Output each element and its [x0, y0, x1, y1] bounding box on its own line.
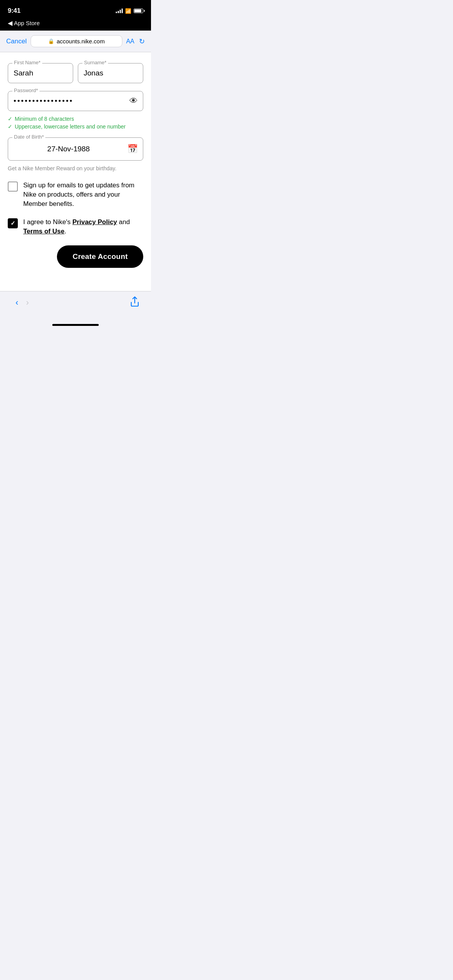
browser-back-button[interactable]: ‹ [12, 296, 22, 309]
hint-uppercase-text: Uppercase, lowercase letters and one num… [15, 123, 125, 130]
privacy-checkbox-group: I agree to Nike's Privacy Policy and Ter… [8, 218, 143, 236]
wifi-icon: 📶 [125, 8, 131, 14]
hint-min-chars: ✓ Minimum of 8 characters [8, 116, 143, 122]
privacy-policy-link[interactable]: Privacy Policy [72, 218, 117, 226]
check-icon-2: ✓ [8, 123, 12, 130]
appstore-bar: ◀ App Store [0, 19, 151, 31]
privacy-end: . [64, 228, 66, 235]
dob-group: Date of Birth* 📅 [8, 137, 143, 161]
password-hints: ✓ Minimum of 8 characters ✓ Uppercase, l… [8, 116, 143, 130]
privacy-and: and [117, 218, 130, 226]
password-section: Password* 👁 [8, 91, 143, 111]
create-account-button[interactable]: Create Account [57, 245, 143, 268]
dob-wrapper: 📅 [8, 137, 143, 161]
signal-icon [116, 9, 123, 13]
bottom-browser-bar: ‹ › [0, 291, 151, 321]
dob-input[interactable] [8, 137, 143, 161]
browser-controls: AA ↻ [126, 37, 145, 46]
browser-forward-button[interactable]: › [22, 296, 33, 309]
back-arrow-icon: ◀ [8, 19, 12, 27]
first-name-input[interactable] [8, 63, 73, 83]
privacy-checkbox[interactable] [8, 218, 18, 228]
refresh-button[interactable]: ↻ [139, 37, 145, 46]
privacy-label: I agree to Nike's Privacy Policy and Ter… [23, 218, 143, 236]
surname-group: Surname* [78, 63, 143, 83]
lock-icon: 🔒 [48, 38, 54, 44]
password-input[interactable] [8, 91, 143, 111]
status-icons: 📶 [116, 8, 143, 14]
url-bar[interactable]: 🔒 accounts.nike.com [31, 35, 122, 47]
email-signup-checkbox-group: Sign up for emails to get updates from N… [8, 181, 143, 208]
appstore-label: App Store [14, 20, 40, 26]
privacy-prefix: I agree to Nike's [23, 218, 72, 226]
battery-icon [134, 9, 143, 13]
password-group: Password* 👁 [8, 91, 143, 111]
share-button[interactable] [130, 296, 139, 309]
home-indicator [0, 321, 151, 331]
dob-label: Date of Birth* [12, 134, 45, 140]
show-password-button[interactable]: 👁 [129, 96, 138, 106]
surname-label: Surname* [82, 60, 108, 65]
browser-nav-bar: Cancel 🔒 accounts.nike.com AA ↻ [0, 31, 151, 52]
status-bar: 9:41 📶 [0, 0, 151, 19]
check-icon-1: ✓ [8, 116, 12, 122]
text-size-button[interactable]: AA [126, 38, 134, 45]
url-text: accounts.nike.com [57, 38, 105, 45]
email-signup-label: Sign up for emails to get updates from N… [23, 181, 143, 208]
home-indicator-bar [52, 324, 99, 326]
hint-uppercase: ✓ Uppercase, lowercase letters and one n… [8, 123, 143, 130]
password-label: Password* [12, 87, 39, 93]
calendar-icon[interactable]: 📅 [127, 144, 138, 154]
first-name-label: First Name* [12, 60, 42, 65]
hint-min-chars-text: Minimum of 8 characters [15, 116, 74, 122]
password-wrapper: 👁 [8, 91, 143, 111]
surname-input[interactable] [78, 63, 143, 83]
page-content: First Name* Surname* Password* 👁 ✓ Minim… [0, 52, 151, 291]
status-time: 9:41 [8, 7, 21, 15]
first-name-group: First Name* [8, 63, 73, 83]
name-row: First Name* Surname* [8, 63, 143, 83]
create-account-section: Create Account [8, 245, 143, 268]
email-signup-checkbox[interactable] [8, 182, 18, 192]
cancel-button[interactable]: Cancel [6, 38, 27, 45]
dob-hint: Get a Nike Member Reward on your birthda… [8, 165, 143, 171]
terms-link[interactable]: Terms of Use [23, 228, 64, 235]
